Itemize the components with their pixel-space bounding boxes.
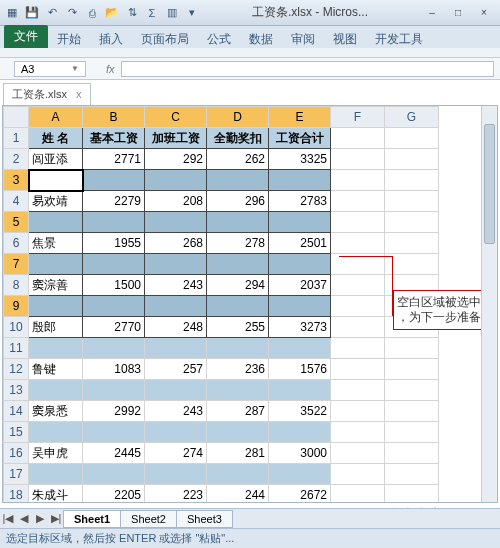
cell[interactable]: 223: [145, 485, 207, 504]
cell[interactable]: 287: [207, 401, 269, 422]
sort-icon[interactable]: ⇅: [124, 5, 140, 21]
cell[interactable]: [83, 212, 145, 233]
select-all-corner[interactable]: [4, 107, 29, 128]
cell[interactable]: [207, 422, 269, 443]
sum-icon[interactable]: Σ: [144, 5, 160, 21]
cell[interactable]: [385, 212, 439, 233]
scroll-thumb[interactable]: [484, 124, 495, 244]
cell[interactable]: 2672: [269, 485, 331, 504]
cell[interactable]: 236: [207, 359, 269, 380]
row-header[interactable]: 3: [4, 170, 29, 191]
cell[interactable]: [29, 254, 83, 275]
cell[interactable]: 工资合计: [269, 128, 331, 149]
cell[interactable]: [145, 296, 207, 317]
cell[interactable]: 焦景: [29, 233, 83, 254]
cell[interactable]: 加班工资: [145, 128, 207, 149]
column-header[interactable]: E: [269, 107, 331, 128]
ribbon-tab[interactable]: 审阅: [282, 29, 324, 49]
cell[interactable]: [331, 149, 385, 170]
column-header[interactable]: F: [331, 107, 385, 128]
row-header[interactable]: 8: [4, 275, 29, 296]
cell[interactable]: [83, 254, 145, 275]
cell[interactable]: 1500: [83, 275, 145, 296]
column-header[interactable]: G: [385, 107, 439, 128]
cell[interactable]: [83, 422, 145, 443]
cell[interactable]: 吴申虎: [29, 443, 83, 464]
column-header[interactable]: A: [29, 107, 83, 128]
cell[interactable]: 294: [207, 275, 269, 296]
vertical-scrollbar[interactable]: [481, 106, 497, 502]
close-button[interactable]: ×: [472, 5, 496, 21]
close-icon[interactable]: x: [76, 88, 82, 100]
cell[interactable]: [331, 443, 385, 464]
tab-nav-last[interactable]: ▶|: [48, 512, 64, 525]
tab-nav-next[interactable]: ▶: [32, 512, 48, 525]
ribbon-tab[interactable]: 插入: [90, 29, 132, 49]
cell[interactable]: 262: [207, 149, 269, 170]
tab-nav-first[interactable]: |◀: [0, 512, 16, 525]
ribbon-tab[interactable]: 开始: [48, 29, 90, 49]
cell[interactable]: [269, 170, 331, 191]
spreadsheet-grid[interactable]: ABCDEFG1姓 名基本工资加班工资全勤奖扣工资合计2闾亚添277129226…: [2, 105, 498, 503]
cell[interactable]: 281: [207, 443, 269, 464]
cell[interactable]: [269, 254, 331, 275]
row-header[interactable]: 4: [4, 191, 29, 212]
cell[interactable]: [331, 464, 385, 485]
cell[interactable]: 255: [207, 317, 269, 338]
cell[interactable]: [385, 422, 439, 443]
cell[interactable]: [385, 233, 439, 254]
cell[interactable]: [83, 170, 145, 191]
cell[interactable]: [385, 359, 439, 380]
row-header[interactable]: 13: [4, 380, 29, 401]
cell[interactable]: [331, 317, 385, 338]
row-header[interactable]: 11: [4, 338, 29, 359]
cell[interactable]: [331, 380, 385, 401]
row-header[interactable]: 16: [4, 443, 29, 464]
cell[interactable]: 1955: [83, 233, 145, 254]
cell[interactable]: 2037: [269, 275, 331, 296]
cell[interactable]: [145, 254, 207, 275]
row-header[interactable]: 1: [4, 128, 29, 149]
cell[interactable]: [385, 485, 439, 504]
name-box[interactable]: A3 ▼: [14, 61, 86, 77]
workbook-tab[interactable]: 工资条.xlsx x: [3, 83, 91, 105]
row-header[interactable]: 2: [4, 149, 29, 170]
cell[interactable]: [331, 359, 385, 380]
cell[interactable]: 208: [145, 191, 207, 212]
row-header[interactable]: 6: [4, 233, 29, 254]
minimize-button[interactable]: –: [420, 5, 444, 21]
print-icon[interactable]: ⎙: [84, 5, 100, 21]
column-header[interactable]: D: [207, 107, 269, 128]
file-tab[interactable]: 文件: [4, 25, 48, 48]
cell[interactable]: 292: [145, 149, 207, 170]
cell[interactable]: [83, 464, 145, 485]
ribbon-tab[interactable]: 页面布局: [132, 29, 198, 49]
cell[interactable]: 殷郎: [29, 317, 83, 338]
cell[interactable]: [331, 338, 385, 359]
cell[interactable]: [269, 422, 331, 443]
cell[interactable]: [145, 380, 207, 401]
cell[interactable]: 1083: [83, 359, 145, 380]
row-header[interactable]: 10: [4, 317, 29, 338]
undo-icon[interactable]: ↶: [44, 5, 60, 21]
cell[interactable]: [207, 380, 269, 401]
cell[interactable]: [29, 212, 83, 233]
cell[interactable]: 3273: [269, 317, 331, 338]
ribbon-tab[interactable]: 开发工具: [366, 29, 432, 49]
cell[interactable]: [331, 212, 385, 233]
cell[interactable]: 2770: [83, 317, 145, 338]
ribbon-tab[interactable]: 视图: [324, 29, 366, 49]
cell[interactable]: [331, 170, 385, 191]
cell[interactable]: [385, 443, 439, 464]
cell[interactable]: [385, 464, 439, 485]
cell[interactable]: [83, 380, 145, 401]
cell[interactable]: [331, 422, 385, 443]
ribbon-tab[interactable]: 公式: [198, 29, 240, 49]
row-header[interactable]: 14: [4, 401, 29, 422]
cell[interactable]: 257: [145, 359, 207, 380]
cell[interactable]: [207, 170, 269, 191]
cell[interactable]: 基本工资: [83, 128, 145, 149]
cell[interactable]: [207, 464, 269, 485]
cell[interactable]: [385, 191, 439, 212]
cell[interactable]: [269, 464, 331, 485]
